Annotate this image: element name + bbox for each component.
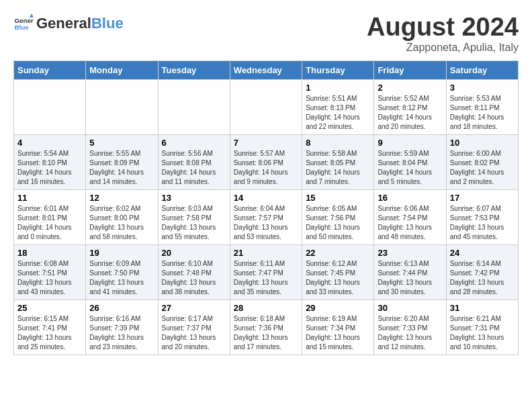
day-number: 23 — [378, 248, 442, 258]
day-number: 31 — [450, 303, 515, 313]
day-info: Sunrise: 6:13 AM Sunset: 7:44 PM Dayligh… — [378, 259, 442, 297]
day-info: Sunrise: 6:16 AM Sunset: 7:39 PM Dayligh… — [89, 314, 154, 352]
day-info: Sunrise: 6:20 AM Sunset: 7:33 PM Dayligh… — [378, 314, 442, 352]
day-number: 24 — [450, 248, 515, 258]
header-sunday: Sunday — [14, 60, 86, 79]
logo-text: GeneralBlue — [36, 15, 124, 32]
calendar-cell — [158, 79, 230, 134]
day-number: 15 — [306, 193, 370, 203]
day-number: 18 — [17, 248, 82, 258]
header-tuesday: Tuesday — [158, 60, 230, 79]
calendar-cell: 12Sunrise: 6:02 AM Sunset: 8:00 PM Dayli… — [86, 189, 158, 244]
calendar-cell: 23Sunrise: 6:13 AM Sunset: 7:44 PM Dayli… — [374, 244, 446, 300]
day-number: 4 — [17, 138, 82, 148]
calendar-cell — [14, 79, 86, 134]
day-info: Sunrise: 6:12 AM Sunset: 7:45 PM Dayligh… — [306, 259, 370, 297]
calendar-cell: 24Sunrise: 6:14 AM Sunset: 7:42 PM Dayli… — [446, 244, 518, 300]
day-number: 14 — [234, 193, 298, 203]
calendar-week-row: 4Sunrise: 5:54 AM Sunset: 8:10 PM Daylig… — [14, 134, 519, 189]
day-info: Sunrise: 5:55 AM Sunset: 8:09 PM Dayligh… — [89, 149, 154, 187]
day-number: 7 — [234, 138, 298, 148]
day-number: 16 — [378, 193, 442, 203]
calendar-cell: 6Sunrise: 5:56 AM Sunset: 8:08 PM Daylig… — [158, 134, 230, 189]
day-info: Sunrise: 6:05 AM Sunset: 7:56 PM Dayligh… — [306, 204, 370, 242]
day-info: Sunrise: 6:15 AM Sunset: 7:41 PM Dayligh… — [17, 314, 82, 352]
header-friday: Friday — [374, 60, 446, 79]
calendar-cell: 29Sunrise: 6:19 AM Sunset: 7:34 PM Dayli… — [302, 300, 374, 355]
header-wednesday: Wednesday — [230, 60, 302, 79]
day-number: 19 — [89, 248, 154, 258]
calendar-cell: 25Sunrise: 6:15 AM Sunset: 7:41 PM Dayli… — [14, 300, 86, 355]
location-subtitle: Zapponeta, Apulia, Italy — [367, 42, 519, 54]
day-number: 26 — [89, 303, 154, 313]
calendar-cell: 16Sunrise: 6:06 AM Sunset: 7:54 PM Dayli… — [374, 189, 446, 244]
calendar-cell: 8Sunrise: 5:58 AM Sunset: 8:05 PM Daylig… — [302, 134, 374, 189]
day-number: 13 — [162, 193, 226, 203]
day-number: 3 — [450, 83, 515, 93]
day-number: 28 — [234, 303, 298, 313]
calendar-cell: 14Sunrise: 6:04 AM Sunset: 7:57 PM Dayli… — [230, 189, 302, 244]
calendar-cell — [230, 79, 302, 134]
day-info: Sunrise: 5:54 AM Sunset: 8:10 PM Dayligh… — [17, 149, 82, 187]
day-info: Sunrise: 5:56 AM Sunset: 8:08 PM Dayligh… — [162, 149, 226, 187]
calendar-table: SundayMondayTuesdayWednesdayThursdayFrid… — [13, 60, 519, 355]
day-info: Sunrise: 6:01 AM Sunset: 8:01 PM Dayligh… — [17, 204, 82, 242]
day-number: 12 — [89, 193, 154, 203]
day-info: Sunrise: 6:14 AM Sunset: 7:42 PM Dayligh… — [450, 259, 515, 297]
calendar-cell: 3Sunrise: 5:53 AM Sunset: 8:11 PM Daylig… — [446, 79, 518, 134]
day-info: Sunrise: 6:04 AM Sunset: 7:57 PM Dayligh… — [234, 204, 298, 242]
day-info: Sunrise: 6:07 AM Sunset: 7:53 PM Dayligh… — [450, 204, 515, 242]
day-number: 20 — [162, 248, 226, 258]
day-number: 22 — [306, 248, 370, 258]
calendar-cell: 1Sunrise: 5:51 AM Sunset: 8:13 PM Daylig… — [302, 79, 374, 134]
day-info: Sunrise: 5:59 AM Sunset: 8:04 PM Dayligh… — [378, 149, 442, 187]
day-number: 30 — [378, 303, 442, 313]
day-info: Sunrise: 5:52 AM Sunset: 8:12 PM Dayligh… — [378, 94, 442, 132]
day-info: Sunrise: 6:21 AM Sunset: 7:31 PM Dayligh… — [450, 314, 515, 352]
calendar-week-row: 1Sunrise: 5:51 AM Sunset: 8:13 PM Daylig… — [14, 79, 519, 134]
calendar-cell: 18Sunrise: 6:08 AM Sunset: 7:51 PM Dayli… — [14, 244, 86, 300]
calendar-cell: 10Sunrise: 6:00 AM Sunset: 8:02 PM Dayli… — [446, 134, 518, 189]
calendar-cell: 27Sunrise: 6:17 AM Sunset: 7:37 PM Dayli… — [158, 300, 230, 355]
day-number: 10 — [450, 138, 515, 148]
calendar-cell: 28Sunrise: 6:18 AM Sunset: 7:36 PM Dayli… — [230, 300, 302, 355]
day-number: 29 — [306, 303, 370, 313]
calendar-cell: 4Sunrise: 5:54 AM Sunset: 8:10 PM Daylig… — [14, 134, 86, 189]
day-info: Sunrise: 5:58 AM Sunset: 8:05 PM Dayligh… — [306, 149, 370, 187]
day-number: 21 — [234, 248, 298, 258]
calendar-cell: 17Sunrise: 6:07 AM Sunset: 7:53 PM Dayli… — [446, 189, 518, 244]
calendar-cell: 13Sunrise: 6:03 AM Sunset: 7:58 PM Dayli… — [158, 189, 230, 244]
day-info: Sunrise: 6:11 AM Sunset: 7:47 PM Dayligh… — [234, 259, 298, 297]
day-number: 6 — [162, 138, 226, 148]
day-info: Sunrise: 6:10 AM Sunset: 7:48 PM Dayligh… — [162, 259, 226, 297]
day-info: Sunrise: 5:53 AM Sunset: 8:11 PM Dayligh… — [450, 94, 515, 132]
calendar-cell: 31Sunrise: 6:21 AM Sunset: 7:31 PM Dayli… — [446, 300, 518, 355]
day-number: 17 — [450, 193, 515, 203]
day-info: Sunrise: 6:19 AM Sunset: 7:34 PM Dayligh… — [306, 314, 370, 352]
calendar-cell: 7Sunrise: 5:57 AM Sunset: 8:06 PM Daylig… — [230, 134, 302, 189]
calendar-week-row: 25Sunrise: 6:15 AM Sunset: 7:41 PM Dayli… — [14, 300, 519, 355]
calendar-cell: 21Sunrise: 6:11 AM Sunset: 7:47 PM Dayli… — [230, 244, 302, 300]
day-number: 5 — [89, 138, 154, 148]
day-info: Sunrise: 6:18 AM Sunset: 7:36 PM Dayligh… — [234, 314, 298, 352]
logo-icon: General Blue — [13, 13, 34, 34]
header-monday: Monday — [86, 60, 158, 79]
page-header: General Blue GeneralBlue August 2024 Zap… — [13, 13, 519, 54]
logo: General Blue GeneralBlue — [13, 13, 124, 34]
calendar-cell: 19Sunrise: 6:09 AM Sunset: 7:50 PM Dayli… — [86, 244, 158, 300]
day-info: Sunrise: 6:06 AM Sunset: 7:54 PM Dayligh… — [378, 204, 442, 242]
day-info: Sunrise: 6:02 AM Sunset: 8:00 PM Dayligh… — [89, 204, 154, 242]
calendar-cell — [86, 79, 158, 134]
calendar-cell: 9Sunrise: 5:59 AM Sunset: 8:04 PM Daylig… — [374, 134, 446, 189]
day-number: 27 — [162, 303, 226, 313]
day-info: Sunrise: 6:09 AM Sunset: 7:50 PM Dayligh… — [89, 259, 154, 297]
header-saturday: Saturday — [446, 60, 518, 79]
day-number: 2 — [378, 83, 442, 93]
title-block: August 2024 Zapponeta, Apulia, Italy — [367, 13, 519, 54]
calendar-week-row: 18Sunrise: 6:08 AM Sunset: 7:51 PM Dayli… — [14, 244, 519, 300]
calendar-cell: 20Sunrise: 6:10 AM Sunset: 7:48 PM Dayli… — [158, 244, 230, 300]
day-number: 25 — [17, 303, 82, 313]
day-number: 9 — [378, 138, 442, 148]
calendar-cell: 30Sunrise: 6:20 AM Sunset: 7:33 PM Dayli… — [374, 300, 446, 355]
day-info: Sunrise: 5:57 AM Sunset: 8:06 PM Dayligh… — [234, 149, 298, 187]
